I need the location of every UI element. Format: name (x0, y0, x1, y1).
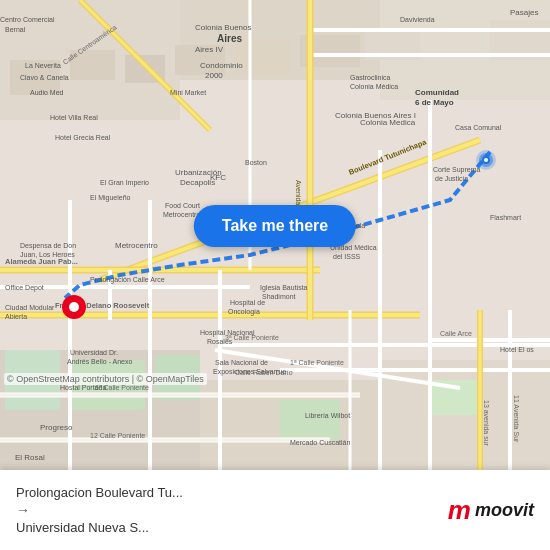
svg-text:Clavo & Canela: Clavo & Canela (20, 74, 69, 81)
svg-text:6 de Mayo: 6 de Mayo (415, 98, 454, 107)
svg-text:Hotel Grecia Real: Hotel Grecia Real (55, 134, 111, 141)
svg-text:Davivienda: Davivienda (400, 16, 435, 23)
svg-rect-10 (280, 400, 340, 440)
svg-text:Rosales: Rosales (207, 338, 233, 345)
arrow-icon: → (16, 502, 448, 518)
svg-text:11 Avenida Sur: 11 Avenida Sur (513, 395, 520, 443)
svg-text:Iglesia Bautista: Iglesia Bautista (260, 284, 308, 292)
moovit-brand-name: moovit (475, 500, 534, 521)
svg-text:Comunidad: Comunidad (415, 88, 459, 97)
svg-text:Gastroclinica: Gastroclinica (350, 74, 391, 81)
svg-text:Food Court: Food Court (165, 202, 200, 209)
svg-text:Bernal: Bernal (5, 26, 26, 33)
svg-text:KFC: KFC (210, 173, 226, 182)
svg-text:Universidad Dr.: Universidad Dr. (70, 349, 118, 356)
svg-point-130 (484, 158, 488, 162)
route-info: Prolongacion Boulevard Tu... → Universid… (16, 485, 448, 535)
destination-marker (474, 148, 498, 176)
svg-text:Colonia Médica: Colonia Médica (350, 83, 398, 90)
svg-text:Condominio: Condominio (200, 61, 243, 70)
take-me-there-button[interactable]: Take me there (194, 205, 356, 247)
svg-point-126 (69, 302, 79, 312)
svg-text:Hotel El os: Hotel El os (500, 346, 534, 353)
svg-text:Ciudad Modular: Ciudad Modular (5, 304, 55, 311)
svg-text:Shadimont: Shadimont (262, 293, 296, 300)
svg-text:Office Depot: Office Depot (5, 284, 44, 292)
svg-text:Abierta: Abierta (5, 313, 27, 320)
svg-text:Librería Wilbot: Librería Wilbot (305, 412, 350, 419)
svg-text:Aires IV: Aires IV (195, 45, 224, 54)
svg-text:Calle Arce: Calle Arce (440, 330, 472, 337)
origin-label: Prolongacion Boulevard Tu... (16, 485, 216, 500)
svg-text:del ISSS: del ISSS (333, 253, 361, 260)
map-container: Aires Colonia Buenos Aires IV Comunidad … (0, 0, 550, 470)
bottom-bar: Prolongacion Boulevard Tu... → Universid… (0, 470, 550, 550)
svg-text:Alameda Juan Pab...: Alameda Juan Pab... (5, 257, 78, 266)
svg-text:La Neverita: La Neverita (25, 62, 61, 69)
origin-marker (60, 295, 88, 331)
svg-text:El Rosal: El Rosal (15, 453, 45, 462)
svg-text:Colonia Buenos Aires I: Colonia Buenos Aires I (335, 111, 416, 120)
svg-text:de Justicia: de Justicia (435, 175, 468, 182)
svg-text:12 Calle Poniente: 12 Calle Poniente (90, 432, 145, 439)
svg-rect-16 (235, 40, 290, 75)
svg-text:Progreso: Progreso (40, 423, 73, 432)
svg-text:Exposiciones Salvarrue: Exposiciones Salvarrue (213, 368, 286, 376)
svg-text:Audio Med: Audio Med (30, 89, 64, 96)
svg-text:Hospital de: Hospital de (230, 299, 265, 307)
svg-text:Andrés Bello - Anexo: Andrés Bello - Anexo (67, 358, 132, 365)
svg-text:Colonia Buenos: Colonia Buenos (195, 23, 251, 32)
map-attribution: © OpenStreetMap contributors | © OpenMap… (4, 373, 207, 385)
svg-text:Casa Comunal: Casa Comunal (455, 124, 502, 131)
moovit-m-letter: m (448, 495, 471, 526)
svg-text:Centro Comercial: Centro Comercial (0, 16, 55, 23)
svg-text:Sala Nacional de: Sala Nacional de (215, 359, 268, 366)
svg-text:Hospital Nacional: Hospital Nacional (200, 329, 255, 337)
svg-text:Mercado Cuscatlán: Mercado Cuscatlán (290, 439, 350, 446)
svg-text:Boston: Boston (245, 159, 267, 166)
svg-text:Mini Market: Mini Market (170, 89, 206, 96)
moovit-logo: m moovit (448, 495, 534, 526)
svg-text:Flashmart: Flashmart (490, 214, 521, 221)
svg-text:Prolongación Calle Arce: Prolongación Calle Arce (90, 276, 165, 284)
svg-text:13 avenida sur: 13 avenida sur (483, 400, 490, 447)
svg-text:6ª Calle Poniente: 6ª Calle Poniente (95, 384, 149, 391)
svg-text:Aires: Aires (217, 33, 242, 44)
svg-text:Pasajes: Pasajes (510, 8, 538, 17)
svg-text:Metrocentro: Metrocentro (115, 241, 158, 250)
svg-text:1ª Calle Poniente: 1ª Calle Poniente (290, 359, 344, 366)
svg-text:Despensa de Don: Despensa de Don (20, 242, 76, 250)
svg-text:2000: 2000 (205, 71, 223, 80)
svg-text:El Gran Imperio: El Gran Imperio (100, 179, 149, 187)
destination-label: Universidad Nueva S... (16, 520, 216, 535)
svg-text:Hotel Villa Real: Hotel Villa Real (50, 114, 98, 121)
svg-text:Oncología: Oncología (228, 308, 260, 316)
svg-text:El Migueleño: El Migueleño (90, 194, 131, 202)
